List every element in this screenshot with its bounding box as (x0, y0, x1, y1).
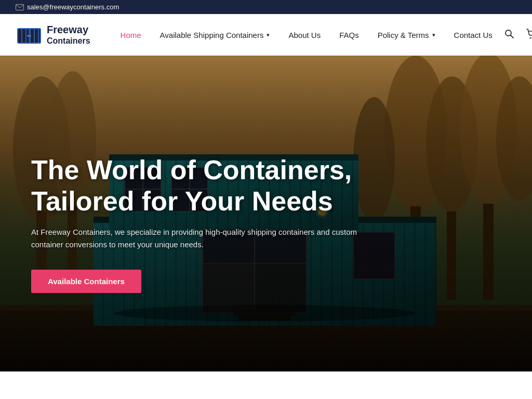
email-bar: sales@freewaycontainers.com (16, 3, 119, 11)
logo-text: Freeway Containers (47, 23, 90, 46)
nav-policy[interactable]: Policy & Terms ▾ (368, 14, 445, 56)
search-button[interactable] (502, 26, 516, 44)
hero-subtitle: At Freeway Containers, we specialize in … (31, 226, 364, 251)
nav-shipping-containers[interactable]: Available Shipping Containers ▾ (151, 14, 280, 56)
svg-point-13 (529, 37, 531, 38)
email-address: sales@freewaycontainers.com (27, 3, 119, 11)
hero-title: The World of Containers, Tailored for Yo… (31, 155, 384, 217)
navbar: Freeway Containers Home Available Shippi… (0, 14, 532, 56)
search-icon (504, 29, 514, 39)
nav-contact[interactable]: Contact Us (445, 14, 502, 56)
hero-content: The World of Containers, Tailored for Yo… (0, 56, 532, 371)
nav-actions: 1 (502, 26, 532, 44)
nav-faqs[interactable]: FAQs (330, 14, 368, 56)
cart-button[interactable]: 1 (524, 26, 532, 44)
nav-home[interactable]: Home (111, 14, 151, 56)
svg-line-12 (510, 35, 513, 38)
email-icon (16, 4, 24, 10)
chevron-down-icon-policy: ▾ (432, 32, 435, 38)
svg-point-10 (30, 35, 31, 37)
logo-brand-line2: Containers (47, 36, 90, 46)
logo-brand-line1: Freeway (47, 23, 90, 36)
chevron-down-icon: ▾ (267, 32, 270, 38)
cart-icon (526, 28, 532, 39)
nav-about[interactable]: About Us (279, 14, 330, 56)
logo-icon (16, 21, 43, 48)
nav-links: Home Available Shipping Containers ▾ Abo… (111, 14, 502, 56)
hero-cta-button[interactable]: Available Containers (31, 270, 141, 293)
top-bar: sales@freewaycontainers.com (0, 0, 532, 14)
hero-section: The World of Containers, Tailored for Yo… (0, 56, 532, 371)
logo-link[interactable]: Freeway Containers (16, 21, 90, 48)
svg-point-9 (28, 35, 29, 37)
